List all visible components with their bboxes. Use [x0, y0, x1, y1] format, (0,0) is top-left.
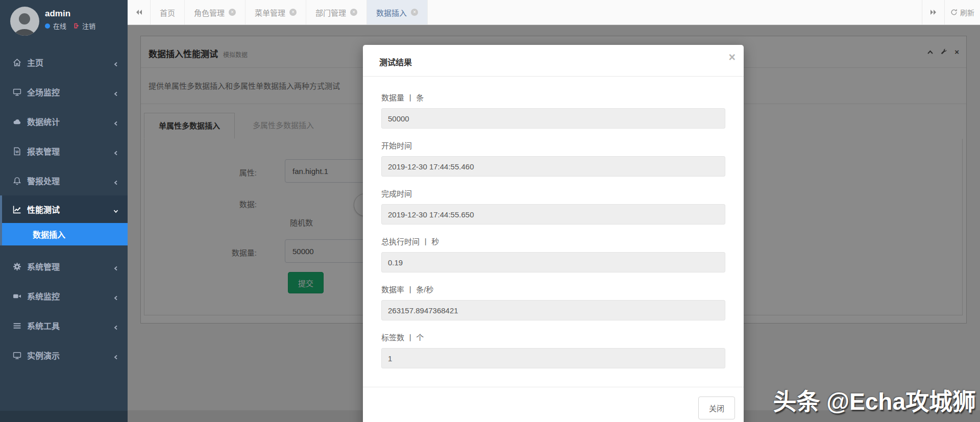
chevron-left-icon: [113, 323, 118, 332]
user-photo-icon: [10, 9, 39, 36]
finish-time-field[interactable]: [381, 204, 725, 225]
cloud-icon: [13, 117, 27, 126]
sidebar-subitem-label: 数据插入: [33, 228, 65, 240]
result-field: 完成时间: [381, 188, 725, 225]
gear-icon: [13, 262, 27, 271]
data-amount-field[interactable]: [381, 108, 725, 129]
tabbar-right-controls: 刷新: [922, 0, 980, 24]
logout-label: 注销: [82, 21, 95, 31]
field-label: 数据率 丨 条/秒: [381, 284, 725, 294]
logout-button[interactable]: 注销: [74, 21, 95, 31]
tabs-scroll-left-button[interactable]: [128, 0, 151, 24]
tab-role-management[interactable]: 角色管理 ×: [185, 0, 246, 24]
tab-close-icon[interactable]: ×: [350, 9, 357, 16]
user-panel: admin 在线 注销: [0, 0, 128, 47]
sidebar-item-label: 数据统计: [27, 115, 60, 128]
tab-menu-management[interactable]: 菜单管理 ×: [246, 0, 306, 24]
app-window: admin 在线 注销 主页 全场监控: [0, 0, 980, 422]
tab-label: 部门管理: [315, 7, 346, 18]
sidebar-item-demo[interactable]: 实例演示: [0, 340, 128, 370]
online-dot-icon: [45, 23, 50, 29]
tab-label: 数据插入: [376, 7, 407, 18]
data-rate-field[interactable]: [381, 300, 725, 320]
tabs-scroll-right-button[interactable]: [922, 0, 944, 24]
sidebar-item-system-tools[interactable]: 系统工具: [0, 311, 128, 340]
field-label: 数据量 丨 条: [381, 92, 725, 103]
tab-department-management[interactable]: 部门管理 ×: [306, 0, 367, 24]
tab-strip: 首页 角色管理 × 菜单管理 × 部门管理 × 数据插入 ×: [151, 0, 428, 24]
tab-close-icon[interactable]: ×: [229, 9, 236, 16]
refresh-label: 刷新: [960, 7, 974, 17]
tag-count-field[interactable]: [381, 348, 725, 368]
sidebar: admin 在线 注销 主页 全场监控: [0, 0, 128, 422]
tab-close-icon[interactable]: ×: [289, 9, 297, 16]
sidebar-item-system-management[interactable]: 系统管理: [0, 252, 128, 281]
sidebar-item-statistics[interactable]: 数据统计: [0, 107, 128, 136]
result-field: 数据率 丨 条/秒: [381, 284, 725, 320]
sidebar-item-alerts[interactable]: 警报处理: [0, 166, 128, 195]
double-chevron-right-icon: [929, 9, 937, 15]
bell-icon: [13, 177, 27, 185]
sidebar-item-label: 实例演示: [27, 349, 60, 361]
monitor-icon: [13, 88, 27, 96]
sidebar-item-performance-test[interactable]: 性能测试: [0, 195, 128, 223]
modal-close-button[interactable]: 关闭: [698, 396, 735, 419]
chevron-left-icon: [113, 119, 118, 128]
watermark-text: 头条 @Echa攻城狮: [773, 383, 976, 416]
field-label: 完成时间: [381, 188, 725, 198]
modal-footer: 关闭: [363, 387, 744, 422]
modal-close-icon[interactable]: ×: [729, 52, 736, 63]
sidebar-item-system-monitoring[interactable]: 系统监控: [0, 281, 128, 311]
refresh-button[interactable]: 刷新: [944, 0, 980, 24]
desktop-icon: [13, 351, 27, 360]
bars-icon: [13, 321, 27, 330]
chevron-left-icon: [113, 89, 118, 98]
sidebar-item-label: 性能测试: [27, 203, 60, 215]
sidebar-item-label: 系统工具: [27, 319, 60, 332]
result-field: 数据量 丨 条: [381, 92, 725, 129]
chevron-left-icon: [113, 178, 118, 187]
online-status-label: 在线: [53, 21, 66, 31]
double-chevron-left-icon: [135, 9, 143, 15]
sidebar-subitem-data-insert[interactable]: 数据插入: [0, 223, 128, 245]
video-camera-icon: [13, 292, 27, 301]
menu-gap: [0, 245, 128, 252]
sidebar-item-reports[interactable]: W 报表管理: [0, 136, 128, 166]
modal-title: 测试结果: [379, 56, 412, 68]
home-icon: [13, 58, 27, 67]
total-time-field[interactable]: [381, 252, 725, 272]
chevron-left-icon: [113, 264, 118, 273]
sign-out-icon: [74, 22, 80, 29]
tab-label: 菜单管理: [255, 7, 285, 18]
sidebar-item-label: 主页: [27, 56, 43, 68]
test-result-modal: 测试结果 × 数据量 丨 条 开始时间 完成时间 总执行时间 丨 秒 数据率 丨…: [363, 45, 744, 422]
user-status-row: 在线 注销: [45, 21, 95, 31]
chevron-down-icon: [113, 207, 118, 216]
sidebar-item-label: 警报处理: [27, 175, 60, 187]
sidebar-item-label: 报表管理: [27, 145, 60, 157]
sidebar-item-label: 全场监控: [27, 86, 60, 98]
result-field: 开始时间: [381, 140, 725, 177]
tab-label: 首页: [160, 7, 175, 18]
svg-text:W: W: [15, 150, 19, 154]
field-label: 开始时间: [381, 140, 725, 151]
tab-data-insert[interactable]: 数据插入 ×: [367, 0, 428, 24]
sidebar-item-home[interactable]: 主页: [0, 47, 128, 77]
sidebar-item-label: 系统监控: [27, 290, 60, 302]
tab-close-icon[interactable]: ×: [411, 9, 418, 16]
chart-line-icon: [13, 205, 27, 214]
field-label: 标签数 丨 个: [381, 332, 725, 342]
modal-header: 测试结果 ×: [363, 45, 744, 77]
chevron-left-icon: [113, 353, 118, 362]
sidebar-bottom-strip: [0, 411, 128, 422]
result-field: 标签数 丨 个: [381, 332, 725, 368]
start-time-field[interactable]: [381, 156, 725, 177]
avatar[interactable]: [10, 7, 39, 36]
tab-home[interactable]: 首页: [151, 0, 185, 24]
sidebar-item-monitoring[interactable]: 全场监控: [0, 77, 128, 107]
chevron-left-icon: [113, 148, 118, 158]
modal-body: 数据量 丨 条 开始时间 完成时间 总执行时间 丨 秒 数据率 丨 条/秒 标签…: [363, 77, 744, 380]
sidebar-item-label: 系统管理: [27, 260, 60, 272]
tab-label: 角色管理: [194, 7, 225, 18]
sidebar-menu: 主页 全场监控 数据统计 W 报表管理 警报处理: [0, 47, 128, 370]
